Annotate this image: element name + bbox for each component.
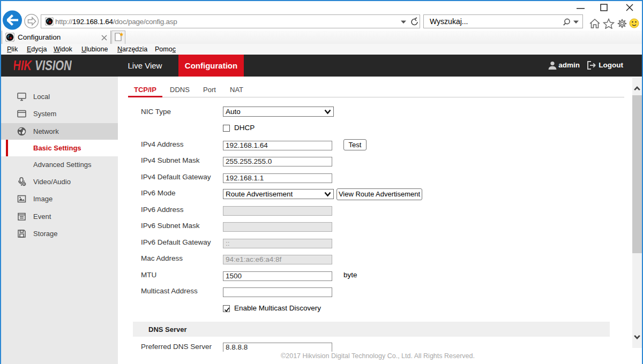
svg-text:HIK: HIK <box>14 58 33 73</box>
svg-text:VISION: VISION <box>35 58 72 73</box>
